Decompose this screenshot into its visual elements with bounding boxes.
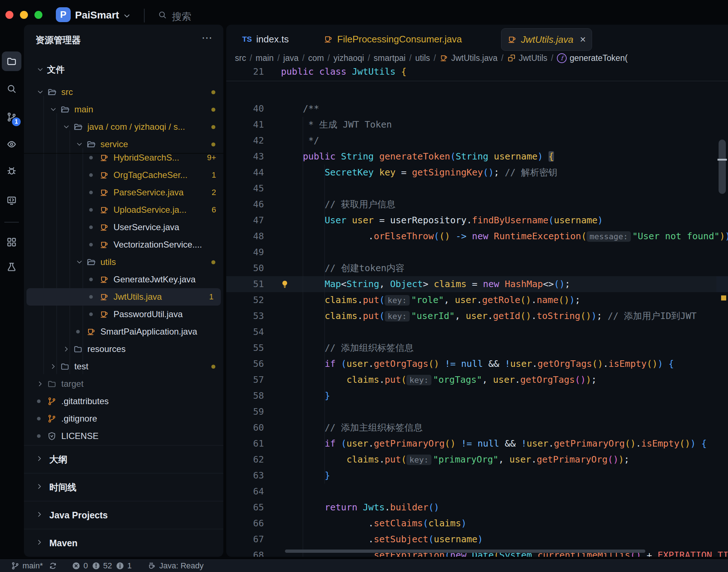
tree-item-java-com-yizhaoqi-s[interactable]: java / com / yizhaoqi / s... [24, 118, 223, 136]
horizontal-scrollbar[interactable] [285, 550, 645, 553]
tree-item-gitattributes[interactable]: .gitattributes [24, 393, 223, 410]
problems-warnings[interactable]: 52 [92, 561, 112, 571]
zoom-window-button[interactable] [34, 11, 42, 19]
tree-item-generatejwtkey-java[interactable]: GenerateJwtKey.java [24, 271, 223, 288]
tree-item-jwtutils-java[interactable]: JwtUtils.java1 [26, 288, 221, 306]
code-line-63[interactable]: 63 } [226, 468, 728, 484]
tree-item-userservice-java[interactable]: UserService.java [24, 219, 223, 236]
tree-item-orgtagcacheser[interactable]: OrgTagCacheSer...1 [24, 166, 223, 184]
search-icon[interactable] [158, 10, 167, 21]
code-line-49[interactable]: 49 [226, 244, 728, 260]
sidebar-section-java-projects[interactable]: Java Projects [24, 501, 223, 529]
code-line-58[interactable]: 58 } [226, 388, 728, 404]
file-dot [76, 330, 80, 333]
sticky-line[interactable]: 21public class JwtUtils { [226, 64, 728, 81]
code-line-44[interactable]: 44 SecretKey key = getSigningKey(); // 解… [226, 165, 728, 181]
activity-item-extensions[interactable] [2, 232, 21, 252]
sidebar-section-大纲[interactable]: 大纲 [24, 445, 223, 473]
sync-button[interactable] [49, 561, 57, 570]
code-line-42[interactable]: 42 */ [226, 133, 728, 149]
titlebar-search[interactable]: 搜索 [172, 10, 191, 23]
tree-item-test[interactable]: test [24, 358, 223, 375]
breadcrumb-utils[interactable]: utils [415, 53, 430, 63]
activity-item-preview[interactable] [2, 134, 21, 154]
code-line-54[interactable]: 54 [226, 324, 728, 340]
chevron-down-icon[interactable] [123, 12, 131, 22]
code-line-60[interactable]: 60 // 添加主组织标签信息 [226, 420, 728, 436]
java-status[interactable]: Java: Ready [148, 561, 203, 571]
code-line-45[interactable]: 45 [226, 181, 728, 196]
activity-item-testing[interactable] [2, 257, 21, 277]
breadcrumb-generatetoken[interactable]: fgenerateToken( [557, 53, 628, 63]
activity-item-debug[interactable] [2, 161, 21, 181]
code-line-56[interactable]: 56 if (user.getOrgTags() != null && !use… [226, 356, 728, 372]
tree-item-resources[interactable]: resources [24, 340, 223, 358]
code-line-40[interactable]: 40 /** [226, 101, 728, 117]
testing-icon [6, 261, 17, 272]
lightbulb-icon[interactable] [280, 279, 290, 291]
code-line-67[interactable]: 67 .setSubject(username) [226, 531, 728, 547]
app-title[interactable]: PaiSmart [75, 9, 119, 21]
code-line-65[interactable]: 65 return Jwts.builder() [226, 500, 728, 515]
branch-indicator[interactable]: main* [11, 561, 43, 571]
code-line-52[interactable]: 52 claims.put(key:"role", user.getRole()… [226, 292, 728, 308]
breadcrumb-jwtutils-java[interactable]: JwtUtils.java [439, 53, 497, 63]
tree-item-smartpaiapplication-java[interactable]: SmartPaiApplication.java [24, 323, 223, 340]
tree-item-gitignore[interactable]: .gitignore [24, 410, 223, 427]
preview-icon [6, 139, 17, 150]
problems-errors[interactable]: 0 [72, 561, 88, 571]
close-window-button[interactable] [5, 11, 13, 19]
tree-item-target[interactable]: target [24, 375, 223, 393]
tree-item-main[interactable]: main [24, 101, 223, 118]
code-line-61[interactable]: 61 if (user.getPrimaryOrg() != null && !… [226, 436, 728, 452]
code-line-21[interactable]: 21public class JwtUtils { [226, 64, 728, 80]
activity-item-remote[interactable] [2, 191, 21, 210]
code-line-51[interactable]: 51 Map<String, Object> claims = new Hash… [226, 276, 728, 292]
code-line-66[interactable]: 66 .setClaims(claims) [226, 515, 728, 531]
tab-jwtutils-java[interactable]: JwtUtils.java× [501, 28, 592, 51]
tree-item-文件[interactable]: 文件 [24, 61, 223, 78]
code-line-57[interactable]: 57 claims.put(key:"orgTags", user.getOrg… [226, 372, 728, 388]
tab-index-ts[interactable]: TSindex.ts [242, 28, 289, 50]
activity-item-source-control[interactable]: 1 [2, 107, 21, 127]
code-line-62[interactable]: 62 claims.put(key:"primaryOrg", user.get… [226, 452, 728, 468]
tree-item-passwordutil-java[interactable]: PasswordUtil.java [24, 306, 223, 323]
code-line-53[interactable]: 53 claims.put(key:"userId", user.getId()… [226, 308, 728, 324]
code-line-47[interactable]: 47 User user = userRepository.findByUser… [226, 212, 728, 228]
breadcrumb-jwtutils[interactable]: JwtUtils [507, 53, 547, 63]
breadcrumb-java[interactable]: java [283, 53, 298, 63]
vertical-scrollbar[interactable] [719, 140, 726, 194]
tab-fileprocessingconsumer-java[interactable]: FileProcessingConsumer.java [323, 28, 462, 50]
problems-infos[interactable]: 1 [116, 561, 132, 571]
code-line-46[interactable]: 46 // 获取用户信息 [226, 196, 728, 212]
code-line-41[interactable]: 41 * 生成 JWT Token [226, 117, 728, 133]
breadcrumb-yizhaoqi[interactable]: yizhaoqi [334, 53, 364, 63]
code-line-43[interactable]: 43 public String generateToken(String us… [226, 149, 728, 165]
more-actions-icon[interactable]: ⋯ [202, 31, 213, 44]
breadcrumb-main[interactable]: main [256, 53, 274, 63]
code-line-64[interactable]: 64 [226, 484, 728, 500]
sidebar-section-时间线[interactable]: 时间线 [24, 473, 223, 501]
close-icon[interactable]: × [580, 34, 586, 45]
tree-item-hybridsearchs[interactable]: HybridSearchS...9+ [24, 149, 223, 166]
tree-item-license[interactable]: LICENSE [24, 427, 223, 445]
tree-item-utils[interactable]: utils [24, 253, 223, 271]
tree-item-src[interactable]: src [24, 83, 223, 101]
tree-item-uploadservice-ja[interactable]: UploadService.ja...6 [24, 201, 223, 219]
breadcrumb-smartpai[interactable]: smartpai [374, 53, 406, 63]
sidebar-section-maven[interactable]: Maven [24, 529, 223, 557]
code-line-48[interactable]: 48 .orElseThrow(() -> new RuntimeExcepti… [226, 228, 728, 244]
tree-item-vectorizationservice[interactable]: VectorizationService.... [24, 236, 223, 253]
folder-icon [60, 362, 70, 371]
minimize-window-button[interactable] [20, 11, 28, 19]
code-line-50[interactable]: 50 // 创建token内容 [226, 260, 728, 276]
breadcrumb-src[interactable]: src [235, 53, 246, 63]
breadcrumb-com[interactable]: com [308, 53, 324, 63]
tree-item-parseservice-java[interactable]: ParseService.java2 [24, 184, 223, 201]
activity-item-search[interactable] [2, 79, 21, 99]
code-line-55[interactable]: 55 // 添加组织标签信息 [226, 340, 728, 356]
indent-guide [303, 117, 303, 557]
activity-item-explorer[interactable] [2, 51, 21, 71]
code-line-59[interactable]: 59 [226, 404, 728, 420]
code-text: claims.put(key:"userId", user.getId().to… [281, 308, 696, 324]
